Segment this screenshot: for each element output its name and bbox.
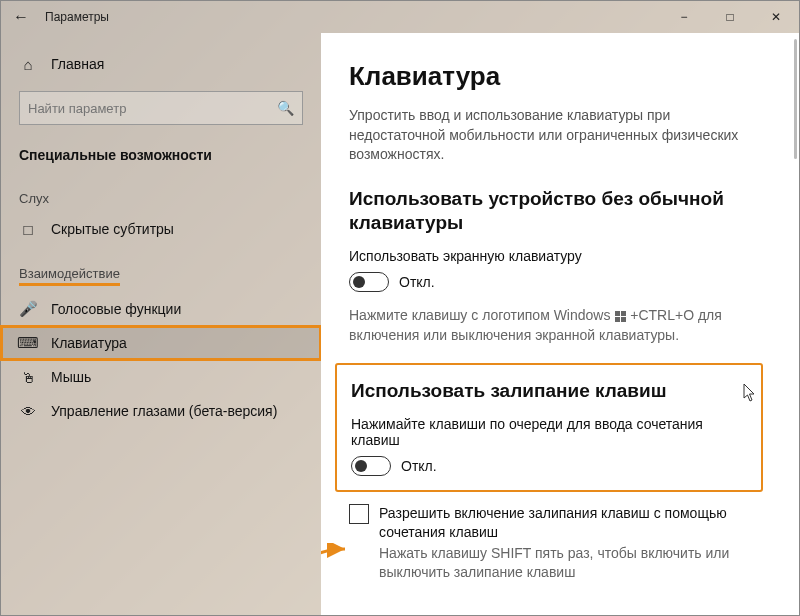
sidebar-item-keyboard[interactable]: ⌨ Клавиатура bbox=[1, 326, 321, 360]
content-pane: Клавиатура Упростить ввод и использовани… bbox=[321, 33, 799, 615]
sticky-shortcut-row: Разрешить включение залипания клавиш с п… bbox=[349, 504, 771, 542]
home-label: Главная bbox=[51, 56, 104, 72]
eye-icon: 👁 bbox=[19, 402, 37, 420]
sidebar: ⌂ Главная 🔍 Специальные возможности Слух… bbox=[1, 33, 321, 615]
back-button[interactable]: ← bbox=[9, 8, 33, 26]
windows-logo-icon bbox=[614, 310, 626, 322]
osk-heading: Использовать устройство без обычной клав… bbox=[349, 187, 771, 236]
sticky-toggle-state: Откл. bbox=[401, 458, 437, 474]
microphone-icon: 🎤 bbox=[19, 300, 37, 318]
search-icon: 🔍 bbox=[277, 100, 294, 116]
mouse-icon: 🖱 bbox=[19, 368, 37, 386]
sidebar-item-eye-control[interactable]: 👁 Управление глазами (бета-версия) bbox=[1, 394, 321, 428]
settings-window: ← Параметры − □ ✕ ⌂ Главная 🔍 Специальны… bbox=[0, 0, 800, 616]
sidebar-item-label: Управление глазами (бета-версия) bbox=[51, 403, 277, 419]
sticky-shortcut-checkbox[interactable] bbox=[349, 504, 369, 524]
home-icon: ⌂ bbox=[19, 55, 37, 73]
close-button[interactable]: ✕ bbox=[753, 1, 799, 33]
group-interaction-label: Взаимодействие bbox=[19, 266, 120, 286]
maximize-button[interactable]: □ bbox=[707, 1, 753, 33]
osk-hint: Нажмите клавишу с логотипом Windows +CTR… bbox=[349, 306, 769, 345]
sticky-toggle[interactable] bbox=[351, 456, 391, 476]
search-input[interactable] bbox=[28, 101, 277, 116]
osk-label: Использовать экранную клавиатуру bbox=[349, 248, 771, 264]
sidebar-item-captions[interactable]: □ Скрытые субтитры bbox=[1, 212, 321, 246]
titlebar: ← Параметры − □ ✕ bbox=[1, 1, 799, 33]
page-description: Упростить ввод и использование клавиатур… bbox=[349, 106, 769, 165]
minimize-button[interactable]: − bbox=[661, 1, 707, 33]
scrollbar[interactable] bbox=[794, 39, 797, 159]
keyboard-icon: ⌨ bbox=[19, 334, 37, 352]
captions-icon: □ bbox=[19, 220, 37, 238]
page-title: Клавиатура bbox=[349, 61, 771, 92]
osk-toggle-state: Откл. bbox=[399, 274, 435, 290]
section-title: Специальные возможности bbox=[1, 139, 321, 171]
sticky-shortcut-hint: Нажать клавишу SHIFT пять раз, чтобы вкл… bbox=[379, 544, 771, 582]
search-box[interactable]: 🔍 bbox=[19, 91, 303, 125]
window-title: Параметры bbox=[45, 10, 109, 24]
annotation-arrow-icon bbox=[321, 543, 353, 579]
sticky-shortcut-label: Разрешить включение залипания клавиш с п… bbox=[379, 504, 771, 542]
sticky-keys-section: Использовать залипание клавиш Нажимайте … bbox=[335, 363, 763, 492]
sticky-label: Нажимайте клавиши по очереди для ввода с… bbox=[351, 416, 747, 448]
osk-toggle[interactable] bbox=[349, 272, 389, 292]
sticky-heading: Использовать залипание клавиш bbox=[351, 379, 747, 404]
sidebar-item-label: Мышь bbox=[51, 369, 91, 385]
home-nav[interactable]: ⌂ Главная bbox=[1, 47, 321, 81]
sidebar-item-mouse[interactable]: 🖱 Мышь bbox=[1, 360, 321, 394]
sidebar-item-label: Скрытые субтитры bbox=[51, 221, 174, 237]
group-hearing: Слух bbox=[1, 171, 321, 212]
sidebar-item-speech[interactable]: 🎤 Голосовые функции bbox=[1, 292, 321, 326]
group-interaction: Взаимодействие bbox=[1, 246, 321, 292]
sidebar-item-label: Клавиатура bbox=[51, 335, 127, 351]
sidebar-item-label: Голосовые функции bbox=[51, 301, 181, 317]
